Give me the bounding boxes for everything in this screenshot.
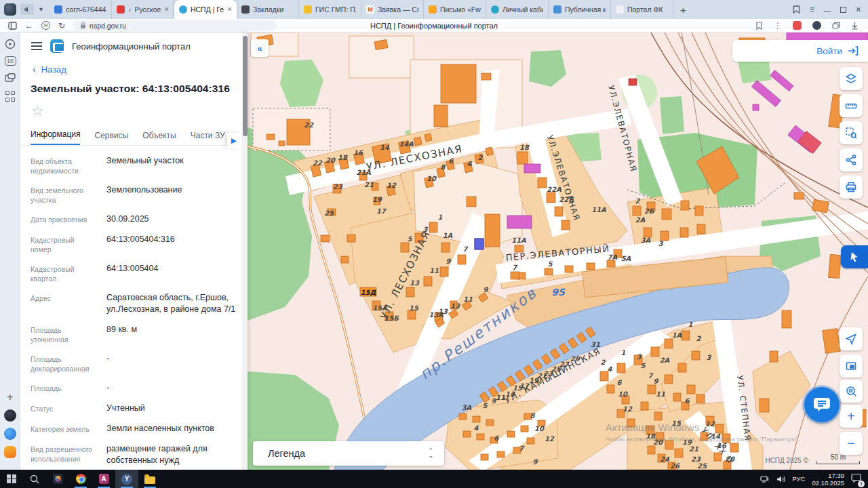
new-tab-button[interactable]: +: [673, 4, 693, 16]
photos-app-icon[interactable]: [46, 470, 69, 488]
tab-title: Письмо «Fwd: x: [440, 5, 481, 14]
tabs-scroll-right-button[interactable]: ▶: [227, 133, 241, 148]
layers-button[interactable]: [840, 67, 863, 90]
map-attribution: НСПД 2025 ©: [765, 457, 808, 464]
bookmark-flag-icon[interactable]: [755, 22, 763, 30]
back-link[interactable]: ‹ Назад: [33, 64, 248, 75]
screenshot-icon[interactable]: [4, 72, 16, 84]
tabs-panel-icon[interactable]: [832, 22, 840, 29]
bookmarks-panel-icon[interactable]: [793, 5, 800, 14]
select-area-button[interactable]: [840, 121, 863, 144]
network-icon[interactable]: [760, 475, 770, 483]
mail-icon[interactable]: [4, 446, 16, 458]
browser-tab[interactable]: ♪Русское Ра×: [112, 0, 174, 19]
selected-parcel[interactable]: [475, 239, 484, 249]
tab-groups-icon[interactable]: ≡: [810, 5, 814, 14]
url-field[interactable]: nspd.gov.ru: [73, 20, 277, 30]
print-button[interactable]: [840, 176, 863, 199]
extension2-icon[interactable]: [812, 21, 821, 30]
attribute-row: Площадь уточненная89 кв. м: [31, 324, 241, 344]
attribute-label: Категория земель: [31, 423, 97, 434]
panel-tab-1[interactable]: Информация: [31, 129, 80, 145]
taskbar-search-icon[interactable]: [23, 470, 46, 488]
svg-text:12: 12: [623, 405, 633, 413]
collapse-expand-icon[interactable]: ⌃⌄: [428, 449, 444, 458]
panel-tab-3[interactable]: Объекты: [142, 131, 176, 145]
browser-logo-icon[interactable]: [4, 3, 16, 16]
panel-collapse-button[interactable]: «: [251, 39, 269, 57]
tab-favicon: [429, 5, 437, 14]
chat-button[interactable]: [804, 387, 840, 422]
browser-tab[interactable]: НСПД | Геоин×: [174, 0, 237, 19]
svg-text:2: 2: [635, 197, 641, 205]
language-indicator[interactable]: РУС: [792, 475, 805, 483]
clock[interactable]: 17:39 02.10.2025: [812, 472, 844, 487]
messenger-icon[interactable]: [4, 428, 16, 440]
minimize-icon[interactable]: [824, 11, 831, 12]
legend-bar[interactable]: Легенда ⌃⌄: [253, 441, 444, 466]
downloads-icon[interactable]: [851, 22, 859, 30]
alice-icon[interactable]: [4, 409, 16, 422]
back-icon[interactable]: ←: [25, 21, 33, 30]
chrome-app-icon[interactable]: [69, 470, 92, 488]
svg-text:2: 2: [478, 154, 484, 161]
more-menu-icon[interactable]: ⋮: [774, 21, 782, 30]
yandex-services-icon[interactable]: Я: [41, 21, 50, 30]
browser-tab[interactable]: Личный кабинет: [486, 0, 549, 19]
locate-button[interactable]: [840, 327, 863, 350]
share-button[interactable]: [840, 148, 863, 171]
login-bar[interactable]: Войти: [732, 40, 868, 62]
zoom-out-button[interactable]: −: [840, 432, 863, 455]
tab-favicon: [553, 5, 561, 14]
cadastral-map[interactable]: 9515Д УЛ. ЛЕСХОЗНАЯУЛ. ЛЕСХОЗНАЯУЛ.ЭЛЕВА…: [248, 33, 868, 470]
explorer-app-icon[interactable]: [138, 470, 161, 488]
apps-grid-icon[interactable]: [4, 90, 16, 102]
search-area-button[interactable]: [840, 380, 863, 403]
svg-text:11: 11: [656, 390, 665, 398]
restore-icon[interactable]: [840, 7, 846, 13]
scrollbar-thumb[interactable]: [243, 36, 248, 136]
svg-text:14: 14: [711, 432, 721, 440]
browser-tab[interactable]: Публичная када: [549, 0, 611, 19]
svg-text:20: 20: [725, 455, 735, 463]
panel-tab-2[interactable]: Сервисы: [94, 131, 128, 145]
identify-tool-button[interactable]: [841, 245, 868, 268]
volume-icon[interactable]: [776, 475, 785, 483]
chevron-down-icon[interactable]: ▼: [38, 6, 44, 13]
reload-icon[interactable]: ↻: [58, 21, 65, 30]
notification-center-icon[interactable]: 1: [851, 473, 861, 485]
access-app-icon[interactable]: A: [92, 470, 115, 488]
tab-close-icon[interactable]: ×: [164, 5, 169, 14]
attribute-value: Землепользование: [106, 184, 241, 205]
legend-label: Легенда: [253, 448, 428, 459]
browser-tab[interactable]: согл-6764443-1 с: [50, 0, 112, 19]
ruler-button[interactable]: [840, 94, 863, 117]
minimap-button[interactable]: [840, 354, 863, 378]
browser-tab[interactable]: Закладки: [237, 0, 299, 19]
close-icon[interactable]: ×: [856, 4, 861, 15]
browser-tab[interactable]: MЗаявка — Списо: [361, 0, 424, 19]
favorite-star-icon[interactable]: ☆: [31, 103, 248, 119]
svg-text:5: 5: [641, 362, 646, 369]
video-popup-icon[interactable]: [4, 38, 16, 50]
attribute-row: Вид разрешенного использованияразмещение…: [31, 443, 241, 466]
tab-counter[interactable]: 10: [5, 56, 16, 66]
sidebar-toggle-icon[interactable]: [8, 22, 17, 30]
global-mute-icon[interactable]: [20, 4, 34, 15]
extension-icon[interactable]: [793, 21, 802, 30]
svg-text:22: 22: [304, 121, 314, 129]
yandex-browser-icon[interactable]: Y: [115, 470, 138, 488]
login-button[interactable]: Войти: [816, 46, 842, 56]
zoom-in-button[interactable]: +: [840, 405, 863, 428]
tab-close-icon[interactable]: ×: [227, 5, 232, 14]
browser-tab[interactable]: Письмо «Fwd: x: [424, 0, 486, 19]
address-bar: ← Я ↻ nspd.gov.ru НСПД | Геоинформационн…: [0, 19, 868, 33]
browser-tab[interactable]: ГИС ГМП: Плат: [299, 0, 361, 19]
panel-tab-4[interactable]: Части ЗУ: [191, 131, 225, 145]
tab-audio-icon[interactable]: ♪: [128, 6, 132, 13]
start-button[interactable]: [0, 470, 23, 488]
browser-tab[interactable]: Портал ФК: [611, 0, 673, 19]
add-panel-icon[interactable]: +: [4, 391, 16, 403]
panel-scrollbar[interactable]: [242, 33, 248, 470]
menu-icon[interactable]: [31, 42, 42, 50]
